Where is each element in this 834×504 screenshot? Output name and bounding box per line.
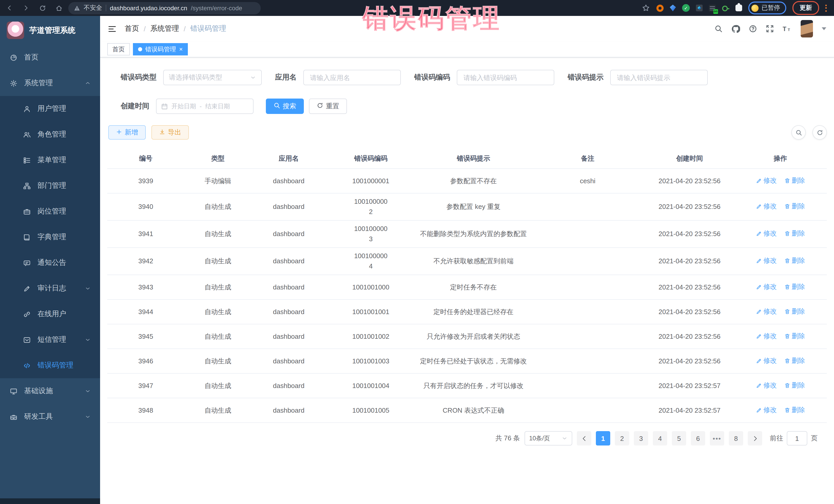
error-hint-input[interactable] [610, 70, 708, 85]
cell-id: 3946 [107, 353, 184, 369]
breadcrumb-home[interactable]: 首页 [125, 24, 139, 34]
page-button-2[interactable]: 2 [615, 431, 629, 445]
cell-type: 自动生成 [184, 402, 251, 419]
error-code-input[interactable] [457, 70, 554, 85]
sidebar-item-infra[interactable]: 基础设施 [0, 378, 100, 404]
edit-button[interactable]: 修改 [756, 175, 777, 185]
next-page-button[interactable] [748, 431, 762, 445]
page-ellipsis[interactable]: ••• [710, 431, 724, 445]
close-icon[interactable]: × [179, 46, 183, 52]
sidebar-item-menu-tree[interactable]: 菜单管理 [0, 147, 100, 173]
breadcrumb-system[interactable]: 系统管理 [150, 24, 179, 34]
delete-icon [784, 333, 790, 339]
sidebar-logo[interactable]: 芋道管理系统 [0, 16, 100, 45]
export-button[interactable]: 导出 [151, 125, 189, 139]
cell-created: 2021-04-20 23:52:56 [644, 279, 735, 295]
delete-button[interactable]: 删除 [784, 175, 805, 185]
extensions-puzzle-icon[interactable] [736, 5, 742, 11]
edit-button[interactable]: 修改 [756, 256, 777, 266]
browser-menu-icon[interactable] [825, 4, 829, 12]
tab-错误码管理[interactable]: 错误码管理× [133, 43, 188, 56]
tab-首页[interactable]: 首页 [107, 43, 130, 56]
fullscreen-icon[interactable] [766, 25, 774, 33]
app-name-input[interactable] [303, 70, 401, 85]
date-range-picker[interactable]: 开始日期 - 结束日期 [156, 98, 254, 114]
help-icon[interactable] [749, 25, 757, 33]
sidebar-item-briefcase[interactable]: 岗位管理 [0, 199, 100, 224]
extension-key-icon[interactable] [722, 4, 729, 12]
page-button-4[interactable]: 4 [653, 431, 667, 445]
github-icon[interactable] [731, 24, 740, 33]
delete-button[interactable]: 删除 [784, 201, 805, 212]
sidebar-item-edit[interactable]: 审计日志 [0, 276, 100, 301]
delete-button[interactable]: 删除 [784, 331, 805, 341]
sidebar-item-book[interactable]: 字典管理 [0, 224, 100, 250]
address-bar[interactable]: 不安全 dashboard.yudao.iocoder.cn/system/er… [68, 2, 261, 14]
delete-button[interactable]: 删除 [784, 228, 805, 239]
home-icon[interactable] [54, 4, 63, 12]
page-button-8[interactable]: 8 [729, 431, 743, 445]
chevron-down-icon[interactable] [822, 27, 826, 30]
edit-button[interactable]: 修改 [756, 306, 777, 316]
cell-remark [531, 284, 644, 290]
edit-button[interactable]: 修改 [756, 282, 777, 292]
prev-page-button[interactable] [577, 431, 591, 445]
sidebar-item-tools[interactable]: 研发工具 [0, 404, 100, 430]
sidebar-item-dashboard[interactable]: 首页 [0, 45, 100, 70]
page-button-5[interactable]: 5 [672, 431, 686, 445]
edit-button[interactable]: 修改 [756, 355, 777, 366]
show-search-button[interactable] [791, 125, 806, 139]
sidebar-item-gear[interactable]: 系统管理 [0, 70, 100, 96]
search-button[interactable]: 搜索 [266, 98, 304, 114]
extension-squares-icon[interactable] [696, 5, 703, 11]
extension-gem-icon[interactable] [670, 5, 676, 11]
edit-button[interactable]: 修改 [756, 201, 777, 212]
extension-green-check-icon[interactable] [682, 4, 690, 12]
forward-icon[interactable] [22, 4, 30, 12]
delete-button[interactable]: 删除 [784, 380, 805, 390]
delete-button[interactable]: 删除 [784, 405, 805, 415]
extension-list-icon[interactable]: on [709, 4, 716, 12]
sidebar-item-megaphone[interactable]: 通知公告 [0, 250, 100, 276]
cell-code: 1001001005 [326, 402, 416, 419]
sidebar-item-link[interactable]: 在线用户 [0, 301, 100, 327]
message-icon [23, 336, 31, 344]
page-size-select[interactable]: 10条/页 [525, 431, 572, 445]
edit-button[interactable]: 修改 [756, 228, 777, 239]
sidebar-item-code[interactable]: 错误码管理 [0, 353, 100, 378]
browser-update-button[interactable]: 更新 [792, 1, 819, 15]
sidebar-item-users[interactable]: 角色管理 [0, 122, 100, 147]
delete-button[interactable]: 删除 [784, 282, 805, 292]
page-button-1[interactable]: 1 [596, 431, 610, 445]
delete-button[interactable]: 删除 [784, 355, 805, 366]
hamburger-icon[interactable] [108, 24, 116, 33]
reload-icon[interactable] [38, 4, 47, 12]
page-button-6[interactable]: 6 [691, 431, 705, 445]
tab-label: 首页 [112, 45, 125, 53]
sidebar-item-label: 通知公告 [38, 258, 66, 267]
bookmark-star-icon[interactable] [641, 4, 650, 12]
user-avatar[interactable] [800, 20, 813, 38]
edit-button[interactable]: 修改 [756, 380, 777, 390]
font-size-icon[interactable]: TT [783, 25, 792, 32]
annotation-overlay-text: 错误码管理 [363, 1, 501, 37]
back-icon[interactable] [5, 4, 14, 12]
edit-button[interactable]: 修改 [756, 331, 777, 341]
sidebar-item-message[interactable]: 短信管理 [0, 327, 100, 353]
delete-button[interactable]: 删除 [784, 306, 805, 316]
error-type-select[interactable]: 请选择错误码类型 [163, 70, 262, 85]
extension-orange-icon[interactable] [656, 4, 664, 12]
edit-button[interactable]: 修改 [756, 405, 777, 415]
add-button[interactable]: 新增 [108, 125, 146, 139]
chevron-down-icon [85, 414, 91, 420]
goto-page-input[interactable] [787, 431, 807, 445]
search-icon[interactable] [715, 25, 723, 33]
filter-created-label: 创建时间 [120, 102, 149, 111]
delete-button[interactable]: 删除 [784, 256, 805, 266]
sidebar-item-user[interactable]: 用户管理 [0, 96, 100, 122]
page-button-3[interactable]: 3 [634, 431, 648, 445]
refresh-table-button[interactable] [812, 125, 827, 139]
reset-button[interactable]: 重置 [309, 98, 347, 114]
profile-paused-badge[interactable]: 已暂停 [748, 2, 786, 14]
sidebar-item-org[interactable]: 部门管理 [0, 173, 100, 199]
